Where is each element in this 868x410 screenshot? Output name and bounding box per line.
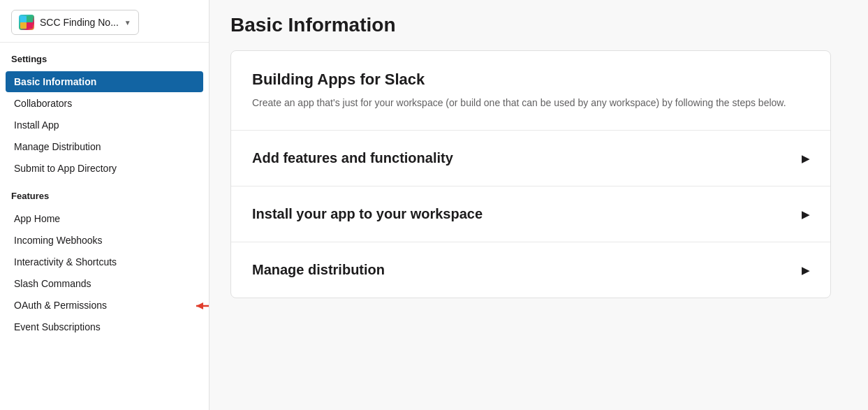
sidebar-item-incoming-webhooks[interactable]: Incoming Webhooks: [6, 230, 203, 251]
sidebar-item-interactivity-shortcuts[interactable]: Interactivity & Shortcuts: [6, 251, 203, 272]
oauth-permissions-wrapper: OAuth & Permissions: [6, 295, 203, 316]
sidebar-header: SCC Finding No... ▼: [0, 0, 209, 43]
settings-label: Settings: [11, 54, 198, 64]
manage-distribution-section: Manage distribution ▶: [231, 242, 830, 298]
app-selector[interactable]: SCC Finding No... ▼: [11, 10, 139, 35]
chevron-right-icon: ▶: [802, 153, 809, 164]
intro-title: Building Apps for Slack: [252, 71, 809, 89]
page-title: Basic Information: [230, 14, 847, 36]
sidebar-item-collaborators[interactable]: Collaborators: [6, 93, 203, 114]
intro-section: Building Apps for Slack Create an app th…: [231, 51, 830, 131]
sidebar-item-oauth-permissions[interactable]: OAuth & Permissions: [6, 295, 203, 316]
features-section: Features: [0, 180, 209, 208]
sidebar-item-submit-to-app-directory[interactable]: Submit to App Directory: [6, 158, 203, 179]
manage-distribution-title: Manage distribution: [252, 262, 385, 278]
app-icon: [19, 15, 34, 30]
dropdown-arrow-icon: ▼: [124, 19, 131, 27]
sidebar-item-slash-commands[interactable]: Slash Commands: [6, 273, 203, 294]
add-features-row[interactable]: Add features and functionality ▶: [252, 150, 809, 166]
svg-rect-2: [20, 22, 27, 29]
sidebar-item-app-home[interactable]: App Home: [6, 208, 203, 229]
main-content: Basic Information Building Apps for Slac…: [209, 0, 868, 410]
settings-section: Settings: [0, 43, 209, 71]
sidebar: SCC Finding No... ▼ Settings Basic Infor…: [0, 0, 209, 410]
settings-nav: Basic Information Collaborators Install …: [0, 71, 209, 180]
content-card: Building Apps for Slack Create an app th…: [230, 50, 831, 298]
install-app-section: Install your app to your workspace ▶: [231, 186, 830, 242]
app-name: SCC Finding No...: [40, 17, 119, 28]
install-app-title: Install your app to your workspace: [252, 206, 483, 222]
chevron-right-icon-2: ▶: [802, 209, 809, 220]
features-label: Features: [11, 191, 198, 201]
sidebar-item-manage-distribution[interactable]: Manage Distribution: [6, 136, 203, 157]
sidebar-item-basic-information[interactable]: Basic Information: [6, 71, 203, 92]
intro-description: Create an app that's just for your works…: [252, 96, 809, 110]
svg-rect-3: [27, 22, 33, 29]
sidebar-item-install-app[interactable]: Install App: [6, 115, 203, 136]
add-features-title: Add features and functionality: [252, 150, 453, 166]
add-features-section: Add features and functionality ▶: [231, 131, 830, 186]
svg-rect-0: [20, 16, 27, 22]
svg-rect-1: [27, 16, 33, 22]
chevron-right-icon-3: ▶: [802, 265, 809, 276]
manage-distribution-row[interactable]: Manage distribution ▶: [252, 262, 809, 278]
sidebar-item-event-subscriptions[interactable]: Event Subscriptions: [6, 316, 203, 337]
features-nav: App Home Incoming Webhooks Interactivity…: [0, 208, 209, 338]
install-app-row[interactable]: Install your app to your workspace ▶: [252, 206, 809, 222]
